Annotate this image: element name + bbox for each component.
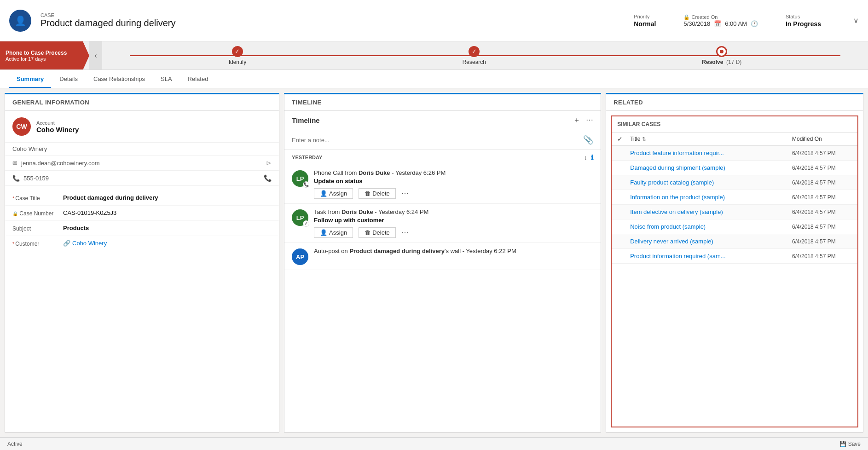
info-icon[interactable]: ℹ (591, 154, 593, 161)
calendar-icon[interactable]: 📅 (714, 20, 721, 27)
field-customer: *Customer 🔗 Coho Winery (5, 236, 279, 251)
row-title-7[interactable]: Product information required (sam... (630, 253, 788, 260)
timeline-title: Timeline (292, 116, 320, 124)
customer-link-icon: 🔗 (63, 240, 70, 247)
row-title-3[interactable]: Information on the product (sample) (630, 194, 788, 201)
row-title-2[interactable]: Faulty product catalog (sample) (630, 179, 788, 186)
cases-row-4[interactable]: Item defective on delivery (sample) 6/4/… (612, 205, 857, 219)
header-expand-chevron[interactable]: ∨ (853, 16, 859, 25)
field-subject: Subject Products (5, 221, 279, 236)
sort-icon: ⇅ (642, 136, 646, 142)
row-modified-1: 6/4/2018 4:57 PM (792, 165, 852, 171)
note-input[interactable] (292, 137, 579, 144)
cases-row-6[interactable]: Delivery never arrived (sample) 6/4/2018… (612, 234, 857, 249)
more-button-1[interactable]: ⋯ (401, 189, 409, 198)
field-value-subject[interactable]: Products (63, 225, 272, 231)
row-title-1[interactable]: Damaged during shipment (sample) (630, 164, 788, 171)
cases-row-0[interactable]: Product feature information requir... 6/… (612, 146, 857, 161)
timeline-avatar-2: LP ✓ (292, 209, 308, 226)
delete-button-1[interactable]: 🗑 Delete (359, 188, 396, 199)
row-modified-6: 6/4/2018 4:57 PM (792, 238, 852, 245)
cases-row-1[interactable]: Damaged during shipment (sample) 6/4/201… (612, 161, 857, 175)
assign-button-1[interactable]: 👤 Assign (314, 188, 353, 199)
account-row: CW Account Coho Winery (5, 111, 279, 143)
page-header: 👤 CASE Product damaged during delivery P… (0, 0, 868, 41)
col-title[interactable]: Title ⇅ (630, 136, 788, 142)
step-circle-resolve (716, 46, 727, 57)
related-panel: RELATED SIMILAR CASES ✓ Title ⇅ Modified… (606, 93, 863, 433)
status-field: Status In Progress (786, 14, 821, 28)
email-icon: ✉ (12, 160, 17, 167)
row-modified-7: 6/4/2018 4:57 PM (792, 253, 852, 260)
related-section-header: RELATED (606, 94, 863, 111)
account-name: Coho Winery (36, 126, 79, 133)
cases-table-header: ✓ Title ⇅ Modified On (612, 133, 857, 146)
row-title-4[interactable]: Item defective on delivery (sample) (630, 208, 788, 215)
cases-row-3[interactable]: Information on the product (sample) 6/4/… (612, 190, 857, 205)
cases-row-2[interactable]: Faulty product catalog (sample) 6/4/2018… (612, 175, 857, 190)
step-label-resolve: Resolve (17 D) (702, 59, 741, 65)
phone-badge: 📞 (303, 181, 309, 188)
timeline-more-icon[interactable]: ⋯ (586, 115, 593, 125)
entity-label: CASE (41, 12, 176, 18)
timeline-body-3: Auto-post on Product damaged during deli… (314, 248, 593, 265)
timeline-item-subtitle-2: Follow up with customer (314, 217, 593, 224)
sort-down-icon[interactable]: ↓ (584, 154, 587, 161)
timeline-header: Timeline ＋ ⋯ (284, 111, 601, 130)
assign-button-2[interactable]: 👤 Assign (314, 227, 353, 238)
main-content: GENERAL INFORMATION CW Account Coho Wine… (0, 88, 868, 437)
timeline-add-icon[interactable]: ＋ (573, 115, 580, 125)
timeline-avatar-1: LP 📞 (292, 170, 308, 187)
timeline-item-title-2: Task from Doris Duke - Yesterday 6:24 PM (314, 208, 593, 215)
avatar-icon: 👤 (15, 15, 26, 26)
header-avatar: 👤 (9, 10, 31, 32)
form-section: *Case Title Product damaged during deliv… (5, 186, 279, 256)
status-label: Status (786, 14, 821, 19)
save-button[interactable]: 💾 Save (839, 441, 861, 447)
timeline-item-title-3: Auto-post on Product damaged during deli… (314, 248, 593, 254)
process-collapse-chevron[interactable]: ‹ (89, 41, 102, 69)
field-value-customer[interactable]: 🔗 Coho Winery (63, 240, 272, 247)
timeline-item-title-1: Phone Call from Doris Duke - Yesterday 6… (314, 169, 593, 176)
process-step-resolve[interactable]: Resolve (17 D) (702, 46, 741, 65)
contact-account-name: Coho Winery (5, 143, 279, 156)
save-icon: 💾 (839, 441, 846, 447)
cases-row-7[interactable]: Product information required (sam... 6/4… (612, 249, 857, 264)
field-label-case-title: *Case Title (12, 194, 58, 202)
row-title-6[interactable]: Delivery never arrived (sample) (630, 238, 788, 245)
timeline-avatar-3: AP (292, 248, 308, 265)
lock-icon-case-number: 🔒 (12, 211, 18, 216)
row-title-5[interactable]: Noise from product (sample) (630, 223, 788, 230)
yesterday-label: YESTERDAY (292, 155, 322, 160)
row-modified-5: 6/4/2018 4:57 PM (792, 224, 852, 230)
clock-icon[interactable]: 🕐 (751, 20, 758, 27)
email-value: jenna.dean@cohowinery.com (21, 160, 100, 167)
cases-row-5[interactable]: Noise from product (sample) 6/4/2018 4:5… (612, 219, 857, 234)
phone-left: 📞 555-0159 (12, 175, 49, 182)
delete-button-2[interactable]: 🗑 Delete (359, 227, 396, 238)
field-label-case-number: 🔒 Case Number (12, 209, 58, 217)
col-title-text: Title (630, 136, 640, 142)
customer-link[interactable]: 🔗 Coho Winery (63, 240, 272, 247)
tab-details[interactable]: Details (52, 71, 85, 88)
process-step-research[interactable]: ✓ Research (463, 46, 486, 65)
row-title-0[interactable]: Product feature information requir... (630, 150, 788, 156)
tab-sla[interactable]: SLA (153, 71, 179, 88)
email-action-icon[interactable]: ⊳ (266, 159, 272, 167)
tab-summary[interactable]: Summary (9, 71, 51, 88)
status-value: In Progress (786, 20, 821, 28)
general-info-header: GENERAL INFORMATION (5, 94, 279, 111)
created-on-field: 🔒 Created On 5/30/2018 📅 6:00 AM 🕐 (683, 14, 758, 27)
timeline-item-task: LP ✓ Task from Doris Duke - Yesterday 6:… (284, 204, 601, 243)
tab-related[interactable]: Related (180, 71, 216, 88)
step-label-research: Research (463, 59, 486, 65)
attach-icon[interactable]: 📎 (583, 135, 593, 145)
process-step-identify[interactable]: ✓ Identify (229, 46, 247, 65)
tab-case-relationships[interactable]: Case Relationships (86, 71, 152, 88)
phone-row: 📞 555-0159 📞 (5, 171, 279, 186)
more-button-2[interactable]: ⋯ (401, 228, 409, 237)
phone-action-icon[interactable]: 📞 (264, 174, 272, 182)
table-check-icon[interactable]: ✓ (617, 135, 626, 143)
field-value-case-title[interactable]: Product damaged during delivery (63, 194, 272, 201)
field-label-customer: *Customer (12, 240, 58, 247)
